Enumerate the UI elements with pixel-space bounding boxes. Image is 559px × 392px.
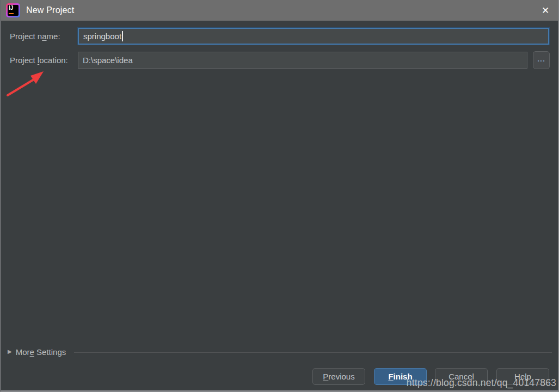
close-icon[interactable]: ✕ [533, 0, 558, 21]
more-settings-toggle[interactable]: ▶ More Settings [8, 347, 66, 357]
chevron-right-icon: ▶ [8, 348, 12, 354]
cancel-button[interactable]: Cancel [435, 368, 488, 385]
previous-button[interactable]: Previous [312, 368, 365, 385]
red-annotation-arrow-icon [5, 69, 51, 99]
project-location-value: D:\space\idea [83, 56, 133, 65]
project-location-label: Project location: [10, 56, 68, 65]
text-caret [122, 31, 123, 41]
window-title: New Project [26, 5, 74, 15]
new-project-dialog: IJ New Project ✕ Project name: springboo… [0, 0, 559, 392]
project-name-input[interactable]: springboot [78, 28, 549, 45]
intellij-idea-logo-icon: IJ [6, 3, 20, 17]
help-button[interactable]: Help [496, 368, 549, 385]
browse-button[interactable]: ... [533, 51, 550, 69]
more-settings-separator [74, 352, 552, 353]
title-bar: IJ New Project ✕ [1, 0, 558, 21]
finish-button[interactable]: Finish [374, 368, 427, 385]
more-settings-label: More Settings [16, 347, 66, 357]
project-name-label: Project name: [10, 32, 60, 41]
project-name-value: springboot [83, 32, 121, 41]
project-location-input[interactable]: D:\space\idea [78, 52, 527, 69]
